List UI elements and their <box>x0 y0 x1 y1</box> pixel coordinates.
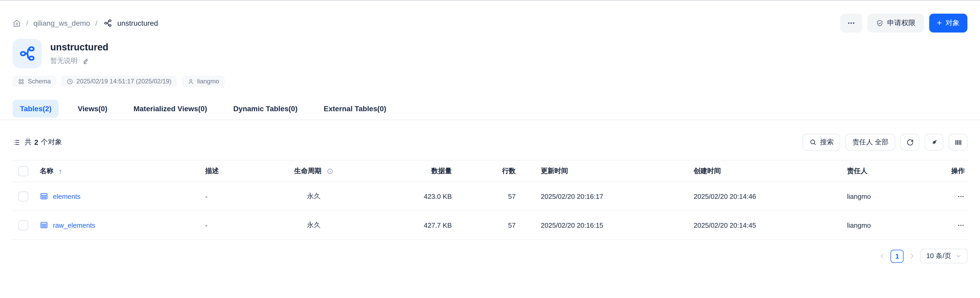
table-row: raw_elements - 永久 427.7 KB 57 2025/02/20… <box>13 211 967 240</box>
clock-icon <box>67 78 73 85</box>
brush-icon <box>930 138 938 146</box>
tab-materialized-views[interactable]: Materialized Views(0) <box>126 100 215 117</box>
cell-data-size: 427.7 KB <box>365 221 454 229</box>
col-name[interactable]: 名称 <box>40 166 53 176</box>
row-checkbox[interactable] <box>18 191 28 201</box>
search-icon <box>810 138 817 146</box>
summary-suffix: 个对象 <box>41 138 62 147</box>
owner-filter-button[interactable]: 责任人 全部 <box>846 134 895 151</box>
row-actions-button[interactable] <box>957 221 965 229</box>
tabbar: Tables(2) Views(0) Materialized Views(0)… <box>0 100 980 120</box>
tab-tables[interactable]: Tables(2) <box>13 100 59 117</box>
person-icon <box>187 78 194 85</box>
create-object-label: 对象 <box>945 18 959 28</box>
apply-permission-button[interactable]: 申请权限 <box>867 14 924 32</box>
meta-badges: Schema 2025/02/19 14:51:17 (2025/02/19) … <box>0 75 980 87</box>
column-settings-button[interactable] <box>948 134 967 151</box>
object-count-summary: 共 2 个对象 <box>13 138 62 147</box>
more-icon <box>847 19 855 27</box>
tab-views[interactable]: Views(0) <box>70 100 115 117</box>
col-data-size: 数据量 <box>365 166 454 176</box>
schema-type-icon <box>13 39 42 68</box>
cell-row-count: 57 <box>454 192 518 200</box>
objects-table: 名称 ↑ 描述 生命周期 数据量 行数 更新时间 创建时间 责任人 操作 <box>13 160 967 240</box>
col-actions: 操作 <box>939 166 967 176</box>
description-placeholder: 暂无说明 <box>50 56 78 66</box>
col-created-at: 创建时间 <box>692 166 845 176</box>
entity-header: unstructured 暂无说明 <box>0 39 980 68</box>
summary-prefix: 共 <box>25 138 32 147</box>
columns-icon <box>954 138 962 146</box>
cell-updated-at: 2025/02/20 20:16:17 <box>518 192 692 200</box>
home-icon[interactable] <box>13 19 21 27</box>
info-icon[interactable] <box>327 168 334 175</box>
col-owner: 责任人 <box>845 166 939 176</box>
cell-description: - <box>205 192 263 200</box>
page-size-value: 10 条/页 <box>926 251 951 261</box>
owner-filter-label: 责任人 全部 <box>853 138 888 147</box>
table-toolbar: 共 2 个对象 搜索 责任人 全部 <box>13 134 967 151</box>
cell-created-at: 2025/02/20 20:14:46 <box>692 192 845 200</box>
breadcrumb: / qiliang_ws_demo / unstructured <box>13 19 158 27</box>
summary-count: 2 <box>34 138 38 146</box>
row-checkbox[interactable] <box>18 220 28 230</box>
object-name-link[interactable]: raw_elements <box>53 221 95 229</box>
owner-badge: liangmo <box>182 75 224 87</box>
sort-ascending-icon[interactable]: ↑ <box>59 167 62 175</box>
chevron-left-icon <box>879 252 886 260</box>
shield-check-icon <box>875 19 883 27</box>
cell-created-at: 2025/02/20 20:14:45 <box>692 221 845 229</box>
col-updated-at: 更新时间 <box>518 166 692 176</box>
entity-description: 暂无说明 <box>50 56 108 66</box>
cell-lifecycle: 永久 <box>263 220 365 230</box>
more-actions-button[interactable] <box>840 14 862 32</box>
table-header-row: 名称 ↑ 描述 生命周期 数据量 行数 更新时间 创建时间 责任人 操作 <box>13 160 967 182</box>
page-number[interactable]: 1 <box>891 250 904 263</box>
cell-updated-at: 2025/02/20 20:16:15 <box>518 221 692 229</box>
breadcrumb-workspace[interactable]: qiliang_ws_demo <box>33 19 90 27</box>
clear-filter-button[interactable] <box>924 134 943 151</box>
created-time-label: 2025/02/19 14:51:17 (2025/02/19) <box>76 78 172 85</box>
type-badge-label: Schema <box>28 78 51 85</box>
next-page-button[interactable] <box>908 252 916 260</box>
type-badge: Schema <box>13 75 56 87</box>
cell-row-count: 57 <box>454 221 518 229</box>
table-glyph-icon <box>40 192 48 200</box>
tab-dynamic-tables[interactable]: Dynamic Tables(0) <box>226 100 305 117</box>
list-icon <box>13 138 21 146</box>
table-row: elements - 永久 423.0 KB 57 2025/02/20 20:… <box>13 182 967 211</box>
cell-description: - <box>205 221 263 229</box>
cell-data-size: 423.0 KB <box>365 192 454 200</box>
apply-permission-label: 申请权限 <box>887 18 915 28</box>
schema-icon <box>103 19 112 27</box>
table-glyph-icon <box>40 221 48 229</box>
page-size-select[interactable]: 10 条/页 <box>921 249 967 263</box>
object-name-link[interactable]: elements <box>53 192 81 200</box>
col-description: 描述 <box>205 166 263 176</box>
toolbar-actions: 搜索 责任人 全部 <box>803 134 967 151</box>
search-label: 搜索 <box>820 138 834 147</box>
create-object-button[interactable]: + 对象 <box>929 14 967 32</box>
select-all-checkbox[interactable] <box>18 166 28 176</box>
owner-label: liangmo <box>197 78 219 85</box>
topbar: / qiliang_ws_demo / unstructured 申请权限 + <box>0 1 980 32</box>
pagination: 1 10 条/页 <box>13 249 967 263</box>
row-actions-button[interactable] <box>957 192 965 200</box>
refresh-button[interactable] <box>900 134 919 151</box>
prev-page-button[interactable] <box>879 252 886 260</box>
page-title: unstructured <box>50 42 108 53</box>
edit-description-icon[interactable] <box>82 57 89 64</box>
plus-icon: + <box>937 19 942 27</box>
grid-icon <box>18 78 25 85</box>
cell-lifecycle: 永久 <box>263 192 365 201</box>
col-lifecycle: 生命周期 <box>294 166 321 176</box>
top-actions: 申请权限 + 对象 <box>840 14 967 32</box>
cell-owner: liangmo <box>845 192 939 200</box>
col-row-count: 行数 <box>454 166 518 176</box>
cell-owner: liangmo <box>845 221 939 229</box>
created-time-badge: 2025/02/19 14:51:17 (2025/02/19) <box>61 75 177 87</box>
breadcrumb-separator: / <box>95 19 97 27</box>
search-button[interactable]: 搜索 <box>803 134 840 151</box>
chevron-right-icon <box>908 252 916 260</box>
tab-external-tables[interactable]: External Tables(0) <box>316 100 393 117</box>
